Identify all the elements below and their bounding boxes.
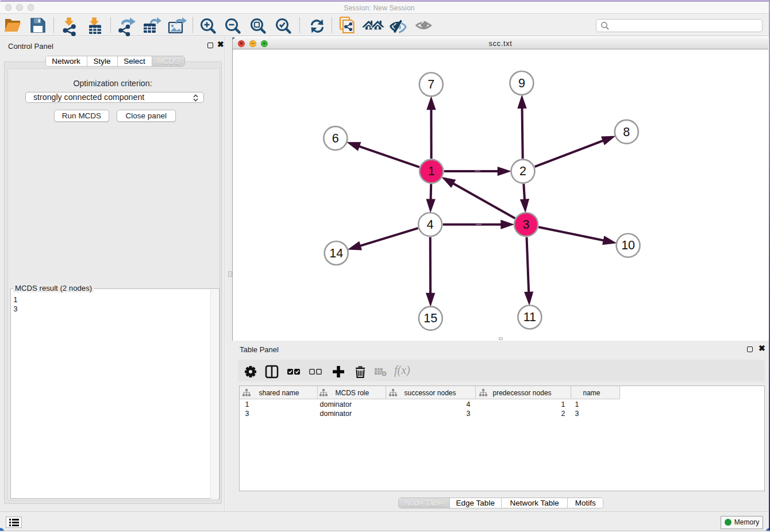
svg-text:10: 10 <box>621 238 635 252</box>
svg-text:9: 9 <box>518 76 525 90</box>
svg-text:1: 1 <box>428 164 435 178</box>
svg-text:6: 6 <box>332 132 339 145</box>
svg-text:14: 14 <box>329 246 343 260</box>
svg-text:8: 8 <box>623 125 630 139</box>
svg-text:4: 4 <box>427 218 434 232</box>
svg-text:11: 11 <box>523 310 536 324</box>
svg-text:7: 7 <box>428 78 434 91</box>
svg-text:2: 2 <box>519 164 526 178</box>
svg-text:3: 3 <box>523 218 530 232</box>
svg-text:15: 15 <box>424 311 437 325</box>
